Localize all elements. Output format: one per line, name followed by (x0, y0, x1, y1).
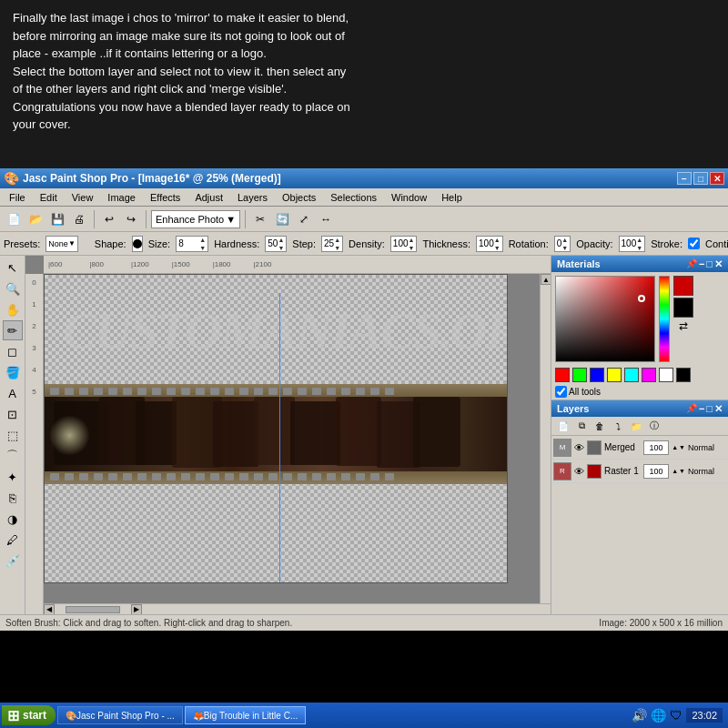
save-button[interactable]: 💾 (47, 209, 67, 229)
layer-opacity-raster1[interactable]: 100 (643, 464, 669, 479)
layer-row-merged[interactable]: M 👁 Merged 100 ▲ ▼ Normal (551, 436, 728, 460)
taskbar-item-bigtrouble[interactable]: 🦊 Big Trouble in Little C... (185, 706, 306, 724)
menu-image[interactable]: Image (102, 190, 141, 205)
scroll-right-arrow[interactable]: ▶ (131, 604, 142, 615)
hardness-field[interactable]: 50 ▲▼ (265, 236, 287, 252)
zoom-tool[interactable]: 🔍 (3, 278, 23, 298)
tray-icon-2[interactable]: 🌐 (651, 708, 666, 723)
shape-selector[interactable] (132, 236, 143, 252)
print-button[interactable]: 🖨 (69, 209, 89, 229)
menu-help[interactable]: Help (436, 190, 468, 205)
swatch-b[interactable] (590, 368, 604, 382)
swatch-c[interactable] (624, 368, 639, 382)
swatch-w[interactable] (659, 368, 673, 382)
swap-colors-icon[interactable]: ⇄ (679, 319, 688, 332)
clone-tool[interactable]: ⎘ (3, 488, 23, 508)
materials-min[interactable]: − (699, 258, 704, 270)
crop-tool-box[interactable]: ⊡ (3, 404, 23, 424)
layer-visibility-merged[interactable]: 👁 (574, 442, 584, 453)
scrollbar-horizontal[interactable]: ◀ ▶ (44, 603, 551, 614)
scrollbar-vertical[interactable]: ▲ (540, 274, 551, 603)
dodge-tool[interactable]: ◑ (3, 509, 23, 529)
step-field[interactable]: 25 ▲▼ (321, 236, 343, 252)
bottom-swatches (551, 366, 728, 384)
size-field[interactable]: 8 ▲▼ (176, 236, 208, 252)
redo-button[interactable]: ↪ (121, 209, 141, 229)
menu-view[interactable]: View (66, 190, 99, 205)
scroll-left-arrow[interactable]: ◀ (44, 604, 55, 615)
layer-row-raster1[interactable]: R 👁 Raster 1 100 ▲ ▼ Normal (551, 460, 728, 483)
resize-tool[interactable]: ⤢ (294, 209, 314, 229)
density-field[interactable]: 100 ▲▼ (390, 236, 418, 252)
tray-icon-1[interactable]: 🔊 (632, 708, 647, 723)
rotate-tool[interactable]: 🔄 (272, 209, 292, 229)
layer-blend-raster1[interactable]: Normal (688, 467, 726, 476)
brush-tool[interactable]: ✏ (3, 320, 23, 340)
arrow-tool[interactable]: ↖ (3, 258, 23, 278)
close-button[interactable]: ✕ (710, 172, 724, 185)
tray-icon-3[interactable]: 🛡 (670, 708, 682, 723)
swatch-y[interactable] (607, 368, 622, 382)
layer-props-button[interactable]: ⓘ (646, 419, 662, 433)
materials-max[interactable]: □ (706, 258, 713, 270)
enhance-photo-dropdown[interactable]: Enhance Photo ▼ (151, 210, 240, 228)
layers-max[interactable]: □ (706, 403, 713, 415)
duplicate-layer-button[interactable]: ⧉ (573, 419, 590, 433)
maximize-button[interactable]: □ (693, 172, 708, 185)
foreground-color-swatch[interactable] (673, 276, 693, 296)
fill-tool[interactable]: 🪣 (3, 362, 23, 382)
undo-button[interactable]: ↩ (99, 209, 119, 229)
layer-visibility-raster1[interactable]: 👁 (574, 466, 584, 477)
color-gradient[interactable] (555, 276, 655, 362)
continuous-checkbox[interactable] (688, 238, 700, 249)
menu-objects[interactable]: Objects (277, 190, 321, 205)
magic-wand-tool[interactable]: ✦ (3, 467, 23, 487)
rotation-field[interactable]: 0 ▲▼ (554, 236, 571, 252)
merge-layers-button[interactable]: ⤵ (610, 419, 626, 433)
materials-close[interactable]: ✕ (714, 258, 723, 270)
new-button[interactable]: 📄 (4, 209, 24, 229)
menu-selections[interactable]: Selections (325, 190, 382, 205)
lasso-tool[interactable]: ⌒ (3, 446, 23, 466)
menu-adjust[interactable]: Adjust (189, 190, 228, 205)
layers-close[interactable]: ✕ (714, 403, 723, 415)
menu-window[interactable]: Window (386, 190, 432, 205)
presets-field[interactable]: None▼ (46, 236, 77, 252)
opacity-field[interactable]: 100 ▲▼ (619, 236, 646, 252)
background-color-swatch[interactable] (673, 298, 693, 318)
all-tools-checkbox[interactable] (555, 386, 567, 398)
menu-file[interactable]: File (4, 190, 31, 205)
swatch-k[interactable] (676, 368, 691, 382)
eraser-tool[interactable]: ◻ (3, 341, 23, 361)
layer-opacity-merged[interactable]: 100 (643, 440, 669, 455)
flip-tool[interactable]: ↔ (316, 209, 336, 229)
canvas-area[interactable]: |600 |800 |1200 |1500 |1800 |2100 0 1 2 … (25, 256, 551, 614)
thickness-field[interactable]: 100 ▲▼ (476, 236, 503, 252)
minimize-button[interactable]: − (677, 172, 692, 185)
text-tool[interactable]: A (3, 383, 23, 403)
delete-layer-button[interactable]: 🗑 (592, 419, 608, 433)
taskbar-item-paintshop[interactable]: 🎨 Jasc Paint Shop Pro - ... (57, 706, 183, 724)
scroll-thumb-h[interactable] (66, 606, 120, 613)
layer-blend-merged[interactable]: Normal (688, 443, 726, 452)
start-button[interactable]: ⊞ start (2, 705, 56, 725)
menu-edit[interactable]: Edit (35, 190, 63, 205)
group-layers-button[interactable]: 📁 (628, 419, 644, 433)
pan-tool[interactable]: ✋ (3, 299, 23, 319)
swatch-m[interactable] (642, 368, 656, 382)
selection-tool[interactable]: ⬚ (3, 425, 23, 445)
layers-min[interactable]: − (699, 403, 704, 415)
scroll-up-arrow[interactable]: ▲ (541, 274, 551, 285)
swatch-g[interactable] (572, 368, 587, 382)
menu-layers[interactable]: Layers (232, 190, 273, 205)
swatch-r[interactable] (555, 368, 570, 382)
open-button[interactable]: 📂 (25, 209, 46, 229)
layers-pin[interactable]: 📌 (686, 403, 697, 415)
hue-slider[interactable] (659, 276, 670, 362)
eyedropper-tool[interactable]: 💉 (3, 551, 23, 571)
pen-tool[interactable]: 🖊 (3, 530, 23, 550)
materials-pin[interactable]: 📌 (686, 258, 697, 270)
crop-tool[interactable]: ✂ (250, 209, 270, 229)
new-layer-button[interactable]: 📄 (555, 419, 571, 433)
menu-effects[interactable]: Effects (145, 190, 186, 205)
